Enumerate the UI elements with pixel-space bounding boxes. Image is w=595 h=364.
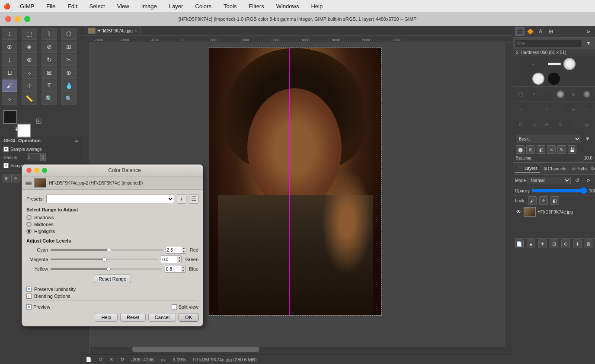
tool-airbrush[interactable]: ⊕ bbox=[61, 67, 77, 79]
panel-icon-pattern[interactable]: ⊞ bbox=[546, 27, 556, 36]
close-button[interactable] bbox=[5, 16, 11, 22]
layer-item[interactable]: 👁 HFkD5F9K74c.jpg bbox=[513, 206, 595, 217]
blending-options-expander[interactable]: + Blending Options bbox=[26, 294, 198, 299]
tool-zoom[interactable]: 🔍 bbox=[61, 93, 77, 105]
shadows-radio[interactable]: Shadows bbox=[26, 215, 198, 220]
shadows-radio-circle[interactable] bbox=[26, 215, 32, 220]
menu-file[interactable]: File bbox=[44, 2, 58, 10]
brush-item-texture3[interactable]: ❋ bbox=[555, 119, 566, 130]
cyan-down[interactable]: ▼ bbox=[182, 250, 186, 253]
brush-selected[interactable] bbox=[532, 73, 544, 85]
menu-tools[interactable]: Tools bbox=[221, 2, 239, 10]
magenta-spinbox[interactable]: ▲ ▼ bbox=[161, 255, 182, 263]
tool-free-select[interactable]: ⌇ bbox=[42, 28, 57, 40]
brush-item-spray2[interactable]: ∷ bbox=[528, 104, 540, 115]
brush-item-splat2[interactable]: ❊ bbox=[555, 104, 566, 115]
menu-help[interactable]: Help bbox=[308, 2, 325, 10]
midtones-radio[interactable]: Midtones bbox=[26, 222, 198, 227]
tool-heal[interactable]: ⊹ bbox=[22, 80, 37, 92]
brush-item-spray1[interactable]: ⋯ bbox=[515, 104, 526, 115]
menu-select[interactable]: Select bbox=[87, 2, 108, 10]
image-tab[interactable]: HFkD5F9K74c.jpg × bbox=[84, 26, 141, 35]
magenta-thumb[interactable] bbox=[102, 257, 107, 262]
brush-tool-icon-3[interactable]: ◧ bbox=[537, 145, 545, 154]
tool-rotate[interactable]: ◈ bbox=[22, 41, 37, 53]
brush-item-large2[interactable]: ◉ bbox=[581, 119, 592, 130]
brush-filter-input[interactable] bbox=[515, 40, 582, 47]
status-redo-icon[interactable]: ↻ bbox=[120, 357, 124, 362]
panel-icon-1[interactable]: ⊕ bbox=[2, 174, 10, 182]
brush-item-splat1[interactable]: ✳ bbox=[541, 104, 553, 115]
brush-preset-expand[interactable]: ▼ bbox=[583, 134, 592, 144]
panel-icon-gradient[interactable]: 🔶 bbox=[525, 27, 535, 36]
sample-merged-checkbox[interactable] bbox=[3, 163, 9, 168]
status-unit-select[interactable]: px bbox=[161, 357, 166, 362]
brush-item-ink1[interactable]: ⊟ bbox=[515, 119, 526, 130]
brush-tool-icon-4[interactable]: ✕ bbox=[547, 145, 556, 154]
yellow-thumb[interactable] bbox=[106, 267, 111, 271]
brush-filter-btn[interactable]: ▼ bbox=[584, 38, 593, 48]
tool-crop[interactable]: ⊕ bbox=[2, 41, 17, 53]
yellow-up[interactable]: ▲ bbox=[181, 265, 185, 269]
tool-flip[interactable]: ↕ bbox=[2, 54, 17, 66]
panel-expand-btn[interactable]: ⊳ bbox=[584, 27, 593, 36]
lock-pixels-btn[interactable]: 🖌 bbox=[528, 196, 537, 205]
highlights-radio[interactable]: Highlights bbox=[26, 229, 198, 234]
brush-shape-hard[interactable] bbox=[548, 73, 560, 85]
menu-view[interactable]: View bbox=[115, 2, 132, 10]
tool-pencil[interactable]: ⊔ bbox=[2, 67, 17, 79]
brush-item-cross[interactable]: ✛ bbox=[541, 89, 553, 100]
brush-item-scatter1[interactable]: ⊛ bbox=[568, 104, 579, 115]
yellow-track[interactable] bbox=[51, 268, 162, 270]
status-cancel-icon[interactable]: ✕ bbox=[109, 357, 113, 362]
brush-item-ink2[interactable]: ⊠ bbox=[528, 119, 540, 130]
help-button[interactable]: Help bbox=[95, 313, 118, 322]
magenta-value-input[interactable] bbox=[161, 257, 177, 262]
layers-opacity-slider[interactable] bbox=[531, 187, 587, 194]
lock-alpha-btn[interactable]: ◧ bbox=[550, 196, 559, 205]
dialog-close-btn[interactable] bbox=[26, 168, 32, 173]
merge-down-btn[interactable]: ⬇ bbox=[573, 239, 582, 248]
tool-rect-select[interactable]: ⬚ bbox=[22, 28, 37, 40]
midtones-radio-circle[interactable] bbox=[26, 222, 32, 227]
dialog-minimize-btn[interactable] bbox=[34, 168, 39, 173]
panel-icon-brush-texture[interactable]: ⬛ bbox=[515, 27, 525, 36]
radius-down[interactable]: ▼ bbox=[40, 157, 45, 161]
tool-scissors[interactable]: ✂ bbox=[61, 54, 77, 66]
layers-mode-icon[interactable]: ⊳ bbox=[584, 176, 593, 185]
menu-windows[interactable]: Windows bbox=[274, 2, 302, 10]
layers-panel-expand[interactable]: ⊳ bbox=[591, 164, 595, 173]
magenta-up[interactable]: ▲ bbox=[177, 256, 181, 259]
tool-align[interactable]: ⊗ bbox=[22, 54, 37, 66]
cancel-button[interactable]: Cancel bbox=[148, 313, 176, 322]
layer-visibility-toggle[interactable]: 👁 bbox=[515, 208, 522, 215]
tool-colorpicker[interactable]: 🔍 bbox=[42, 93, 57, 105]
magenta-track[interactable] bbox=[51, 259, 158, 260]
tool-scale[interactable]: ⊘ bbox=[42, 41, 57, 53]
brush-tool-icon-6[interactable]: 💾 bbox=[568, 145, 576, 154]
preview-checkbox[interactable] bbox=[26, 304, 32, 310]
channels-tab[interactable]: ⊞ Channels bbox=[541, 166, 569, 172]
dialog-zoom-btn[interactable] bbox=[42, 168, 47, 173]
scrollbar-bottom[interactable] bbox=[90, 347, 513, 354]
reset-button[interactable]: Reset bbox=[120, 313, 146, 322]
tool-move[interactable]: ⊹ bbox=[2, 28, 17, 40]
split-view-checkbox[interactable] bbox=[172, 304, 177, 310]
delete-layer-btn[interactable]: 🗑 bbox=[585, 239, 593, 248]
layers-mode-select[interactable]: Normal bbox=[528, 177, 571, 184]
sample-average-checkbox[interactable] bbox=[3, 147, 9, 152]
status-undo-icon[interactable]: ↺ bbox=[99, 357, 102, 362]
cyan-spinbox[interactable]: ▲ ▼ bbox=[166, 246, 186, 254]
raise-layer-btn[interactable]: ▲ bbox=[527, 239, 535, 248]
tool-options-menu[interactable]: ☰ bbox=[74, 139, 78, 144]
brush-item-soft1[interactable] bbox=[555, 89, 566, 100]
reset-colors-icon[interactable]: ⊞ bbox=[35, 116, 42, 126]
preset-menu-btn[interactable]: ☰ bbox=[189, 194, 198, 204]
panel-icon-2[interactable]: ↻ bbox=[11, 174, 20, 182]
maximize-button[interactable] bbox=[24, 16, 30, 22]
menu-layer[interactable]: Layer bbox=[166, 2, 186, 10]
cyan-track[interactable] bbox=[51, 249, 163, 251]
anchor-layer-btn[interactable]: ⊕ bbox=[561, 239, 570, 248]
brush-item-star2[interactable]: ✦ bbox=[528, 89, 540, 100]
menu-gimp[interactable]: GIMP bbox=[17, 2, 37, 10]
